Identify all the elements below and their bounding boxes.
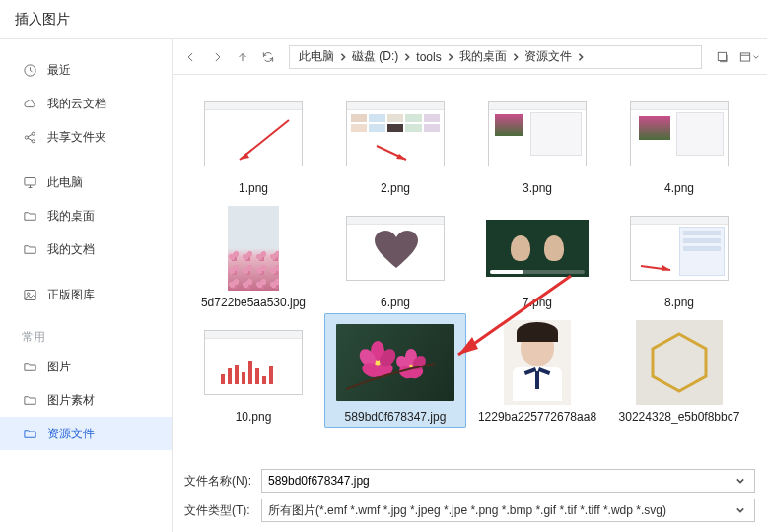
svg-rect-21 — [262, 376, 266, 384]
new-window-button[interactable] — [712, 46, 733, 68]
back-button[interactable] — [180, 46, 202, 68]
up-button[interactable] — [232, 46, 253, 68]
file-name: 6.png — [381, 296, 410, 309]
svg-rect-8 — [740, 52, 749, 60]
file-name: 5d722be5aa530.jpg — [201, 296, 306, 309]
breadcrumb-segment[interactable]: tools — [413, 50, 455, 64]
breadcrumb-segment[interactable]: 我的桌面 — [456, 48, 522, 65]
filetype-row: 文件类型(T): 所有图片(*.emf *.wmf *.jpg *.jpeg *… — [184, 499, 755, 522]
file-name: 7.png — [523, 296, 552, 309]
file-grid[interactable]: 1.png 2.png 3.png 4.png — [173, 75, 767, 463]
cloud-icon — [22, 96, 37, 111]
file-preview — [200, 91, 307, 177]
sidebar-item-label: 最近 — [47, 62, 71, 79]
sidebar-item-this-pc[interactable]: 此电脑 — [0, 166, 172, 199]
sidebar-item-label: 共享文件夹 — [47, 129, 106, 146]
file-thumbnail[interactable]: 2.png — [324, 85, 466, 199]
sidebar-item-desktop[interactable]: 我的桌面 — [0, 199, 172, 233]
breadcrumb-segment[interactable]: 磁盘 (D:) — [349, 48, 413, 65]
sidebar-item-pictures[interactable]: 图片 — [0, 350, 172, 383]
file-preview — [484, 91, 591, 177]
filetype-field[interactable]: 所有图片(*.emf *.wmf *.jpg *.jpeg *.jpe *.pn… — [261, 499, 755, 522]
file-thumbnail[interactable]: 3.png — [466, 85, 608, 199]
image-icon — [22, 287, 37, 302]
svg-rect-22 — [269, 366, 273, 384]
nav-toolbar: 此电脑 磁盘 (D:) tools 我的桌面 资源文件 — [173, 39, 767, 75]
file-preview — [342, 91, 449, 177]
file-name: 589bd0f678347.jpg — [345, 410, 447, 424]
sidebar-item-label: 此电脑 — [47, 174, 83, 191]
file-name: 2.png — [381, 181, 410, 195]
svg-rect-20 — [255, 368, 259, 384]
svg-rect-17 — [235, 365, 239, 384]
svg-rect-18 — [242, 372, 245, 384]
file-preview — [484, 319, 591, 406]
forward-button[interactable] — [206, 46, 228, 68]
file-thumbnail[interactable]: 1229ba225772678aa8 — [466, 313, 608, 428]
file-name: 4.png — [664, 181, 694, 195]
file-preview — [626, 319, 732, 406]
svg-rect-4 — [24, 177, 35, 185]
filename-row: 文件名称(N): — [184, 469, 755, 493]
sidebar-item-resource-files[interactable]: 资源文件 — [0, 417, 172, 450]
file-thumbnail[interactable]: 4.png — [608, 85, 750, 199]
folder-icon — [22, 392, 37, 408]
filetype-value: 所有图片(*.emf *.wmf *.jpg *.jpeg *.jpe *.pn… — [268, 502, 732, 519]
sidebar-item-label: 我的桌面 — [47, 208, 95, 225]
file-name: 8.png — [664, 296, 694, 309]
file-name: 3.png — [523, 181, 552, 195]
file-thumbnail[interactable]: 30224328_e5b0f8bbc7 — [608, 313, 750, 428]
svg-point-3 — [32, 139, 35, 142]
file-name: 30224328_e5b0f8bbc7 — [619, 410, 740, 424]
svg-point-2 — [32, 132, 35, 135]
sidebar-frequent-heading: 常用 — [0, 323, 172, 350]
sidebar-item-stock-gallery[interactable]: 正版图库 — [0, 278, 172, 311]
filename-field[interactable] — [261, 469, 755, 493]
breadcrumb-segment[interactable]: 资源文件 — [522, 48, 587, 65]
clock-icon — [22, 62, 37, 78]
file-preview — [200, 205, 307, 292]
svg-rect-19 — [248, 361, 252, 384]
sidebar-item-label: 资源文件 — [47, 426, 95, 442]
sidebar-item-label: 我的文档 — [47, 241, 95, 258]
file-thumbnail[interactable]: 5d722be5aa530.jpg — [182, 199, 324, 313]
svg-point-1 — [25, 135, 28, 138]
file-thumbnail[interactable]: 10.png — [182, 313, 324, 428]
svg-rect-16 — [228, 368, 232, 384]
folder-icon — [22, 241, 37, 257]
sidebar-item-label: 正版图库 — [47, 287, 95, 303]
file-thumbnail[interactable]: 8.png — [608, 199, 750, 313]
file-thumbnail[interactable]: 1.png — [182, 85, 324, 199]
svg-rect-5 — [24, 290, 35, 299]
breadcrumb-segment[interactable]: 此电脑 — [296, 48, 349, 65]
sidebar-item-shared[interactable]: 共享文件夹 — [0, 120, 172, 154]
dialog-titlebar: 插入图片 — [0, 0, 767, 39]
filetype-dropdown[interactable] — [732, 506, 748, 514]
file-thumbnail[interactable]: 7.png — [466, 199, 608, 313]
bottom-form: 文件名称(N): 文件类型(T): 所有图片(*.emf *.wmf *.jpg… — [173, 463, 767, 532]
sidebar-item-recent[interactable]: 最近 — [0, 53, 172, 87]
sidebar-item-documents[interactable]: 我的文档 — [0, 233, 172, 266]
sidebar-item-cloud-docs[interactable]: 我的云文档 — [0, 87, 172, 120]
refresh-button[interactable] — [257, 46, 279, 68]
sidebar-item-picture-materials[interactable]: 图片素材 — [0, 383, 172, 417]
dialog-body: 最近 我的云文档 共享文件夹 此电脑 我的桌面 我的文档 — [0, 39, 767, 532]
file-preview — [342, 205, 449, 292]
sidebar: 最近 我的云文档 共享文件夹 此电脑 我的桌面 我的文档 — [0, 39, 173, 532]
svg-marker-14 — [662, 265, 670, 271]
view-options-button[interactable] — [737, 46, 759, 68]
file-preview — [626, 205, 732, 292]
filename-dropdown[interactable] — [733, 477, 748, 485]
breadcrumb[interactable]: 此电脑 磁盘 (D:) tools 我的桌面 资源文件 — [289, 45, 702, 69]
sidebar-item-label: 我的云文档 — [47, 96, 106, 112]
file-thumbnail[interactable]: 6.png — [324, 199, 466, 313]
svg-point-6 — [27, 293, 30, 296]
file-preview — [484, 205, 591, 292]
file-preview — [626, 91, 732, 177]
file-thumbnail[interactable]: 589bd0f678347.jpg — [324, 313, 466, 428]
filename-input[interactable] — [268, 474, 733, 488]
share-icon — [22, 129, 37, 145]
folder-icon — [22, 426, 37, 441]
filename-label: 文件名称(N): — [184, 473, 261, 490]
svg-rect-15 — [221, 374, 225, 384]
